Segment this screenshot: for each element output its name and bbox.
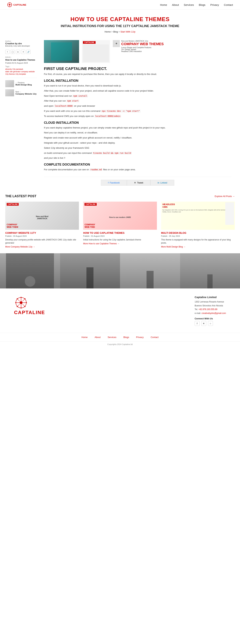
cmd-cms-url: localhost:8080/admin [94, 115, 121, 118]
footer-tel-link[interactable]: +82.878.193.555.89 [198, 308, 217, 310]
share-linkedin-button[interactable]: in Linked [150, 180, 174, 186]
footer-bottom: Copyrights 2024 Captaline.ltd [0, 341, 240, 347]
connect-section: Connect With Us f ✕ ○ [195, 317, 226, 326]
footer-nav-blogs[interactable]: Blogs [123, 336, 129, 338]
cmd-npm-start: npm start [66, 100, 79, 102]
facebook-share-icon: f [108, 182, 109, 184]
site-logo[interactable]: CAPTALINE [7, 2, 26, 8]
breadcrumb-blog[interactable]: Blog [113, 30, 118, 33]
cloud-p5: Select 11ty eleventy as your framework S… [44, 146, 231, 150]
cloud-heading: CLOUD INSTALLATION [44, 121, 231, 124]
latest-title: THE LASTEST POST [5, 194, 36, 198]
post-3-readmore[interactable]: More Multi Design Blog → [161, 246, 235, 248]
article-intro: For first, of course, you are required t… [44, 72, 231, 76]
promo-text: ✦ New and Modern JAMSTACK 11ty COMPANY W… [113, 40, 231, 63]
twitter-icon[interactable]: ✕ [21, 50, 25, 54]
svg-point-19 [26, 302, 27, 303]
navbar: CAPTALINE Home About Services Blogs Priv… [0, 0, 240, 10]
footer-nav: Home About Services Blogs Privacy Contac… [0, 333, 240, 341]
twitter-share-icon: ✕ [134, 182, 136, 184]
footer-company-name: Captaline Limited [195, 296, 226, 298]
linkedin-icon[interactable]: in [16, 50, 20, 54]
footer-instagram-icon[interactable]: ○ [208, 321, 213, 326]
cmd-localhost: localhost:8080 [54, 104, 73, 108]
footer-info: Captaline Limited 1302 Lernesas Rosario … [195, 296, 226, 326]
instagram-icon[interactable]: ◯ [10, 50, 15, 54]
tag-eleventy[interactable]: eleventy [5, 68, 12, 70]
breadcrumb: Home > Blog > Start With 11ty [35, 30, 205, 33]
local-heading: LOCAL INSTALLATION [44, 79, 231, 82]
local-p6: If you want work with cms so you can run… [44, 109, 231, 113]
tag-11ty-themes[interactable]: 11ty themes [5, 73, 15, 75]
footer-main: CAPTALINE Captaline Limited 1302 Lernesa… [0, 288, 240, 333]
share-bar: f Facebook ✕ Tweet in Linked [44, 177, 231, 186]
footer-nav-contact[interactable]: Contact [150, 336, 158, 338]
article-h1: FIRST USE CAPTALINE PROJECT. [44, 66, 231, 71]
article-content: CAPTALINE ✦ New and Modern JAMSTACK 11ty… [40, 40, 235, 186]
docs-heading: COMPLETE DOCUMENTATION [44, 163, 231, 166]
cmd-build: tinacms build && npm run build [92, 152, 132, 154]
latest-posts-section: THE LASTEST POST Explore All Posts → CAP… [0, 189, 240, 253]
banner-section [0, 253, 240, 288]
svg-point-18 [15, 302, 16, 303]
footer-twitter-icon[interactable]: ✕ [201, 321, 206, 326]
nav-posts: ← Previous Multi Design Blog Next → Comp… [5, 78, 37, 96]
author-section: Author : Creative by dre Eleventy 11ty w… [5, 40, 37, 47]
tag-11ty[interactable]: 11ty [12, 68, 16, 70]
footer-facebook-icon[interactable]: f [195, 321, 200, 326]
footer-nav-privacy[interactable]: Privacy [136, 336, 144, 338]
nav-menu: Home About Services Blogs Privacy Contac… [160, 3, 233, 6]
share-facebook-button[interactable]: f Facebook [101, 180, 127, 186]
local-p7: To access backend CMS you can simply ope… [44, 114, 231, 118]
link-icon[interactable]: 🔗 [26, 50, 30, 54]
nav-privacy[interactable]: Privacy [210, 3, 219, 6]
post-2-date: Publish : 01 August 2024 [83, 235, 157, 237]
footer-logo: CAPTALINE [14, 296, 45, 315]
footer-social: f ✕ ○ [195, 321, 226, 326]
post-card-1: CAPTALINE New and ModJAMSTACK COMPANYWEB… [5, 202, 79, 248]
post-1-readmore[interactable]: More Company Website 11ty → [5, 246, 79, 248]
linkedin-share-icon: in [158, 182, 159, 184]
tag-static[interactable]: static site generator [5, 71, 20, 72]
copyright-text: Copyrights 2024 Captaline.ltd [107, 343, 133, 346]
tag-jamstack[interactable]: jamstack [16, 68, 23, 70]
explore-all-link[interactable]: Explore All Posts → [215, 195, 235, 198]
hero-image [44, 40, 79, 63]
footer-address: 1302 Lernesas Rosario AvenueBuesno Strov… [195, 300, 226, 308]
footer-tel: Tel. +82.878.193.555.89 [195, 308, 226, 312]
nav-blogs[interactable]: Blogs [199, 3, 206, 6]
post-2-readmore[interactable]: More How to use Caplatine Themes → [83, 242, 157, 245]
post-1-title: COMPANY WEBSITE 11TY [5, 232, 79, 234]
footer-email-link[interactable]: creativebydre@gmail.com [202, 312, 226, 314]
nav-contact[interactable]: Contact [224, 3, 233, 6]
post-2-desc: Initial instructions for using the 11ty … [83, 238, 157, 241]
footer-nav-services[interactable]: Services [108, 336, 116, 338]
hero-section: HOW TO USE CAPTALINE THEMES INITIAL INST… [0, 10, 240, 36]
svg-point-17 [20, 308, 22, 308]
local-p5: and open localhost:8080 on your web brow… [44, 104, 231, 108]
svg-point-16 [20, 297, 22, 298]
footer-logo-svg [14, 296, 28, 310]
share-tweet-button[interactable]: ✕ Tweet [127, 180, 150, 186]
svg-point-22 [17, 306, 18, 307]
footer-logo-text: CAPTALINE [14, 310, 45, 315]
post-1-date: Publish : 03 August 2024 [5, 235, 79, 237]
tag-11ty-template[interactable]: 11ty template [15, 73, 26, 75]
nav-about[interactable]: About [172, 3, 179, 6]
nav-home[interactable]: Home [160, 3, 167, 6]
cloud-p7: and your site is live !! [44, 156, 231, 160]
docs-link: readme.md [90, 168, 102, 171]
next-post[interactable]: Next → Company Website 11ty [5, 89, 37, 96]
breadcrumb-home[interactable]: Home [104, 30, 111, 33]
cloud-p6: on build command you can input this comm… [44, 151, 231, 155]
facebook-icon[interactable]: f [5, 50, 10, 54]
footer-nav-home[interactable]: Home [82, 336, 88, 338]
post-card-3: HEADLESSCMS By integration with CMS, mov… [161, 202, 235, 248]
tag-company[interactable]: company website [21, 71, 34, 72]
footer-nav-about[interactable]: About [94, 336, 100, 338]
prev-post[interactable]: ← Previous Multi Design Blog [5, 80, 37, 87]
local-p4: After that you can run npm start [44, 99, 231, 103]
nav-services[interactable]: Services [184, 3, 194, 6]
post-3-date: Publish : 29 July 2024 [161, 235, 235, 237]
cloud-p3: Register and create new account with you… [44, 136, 231, 140]
